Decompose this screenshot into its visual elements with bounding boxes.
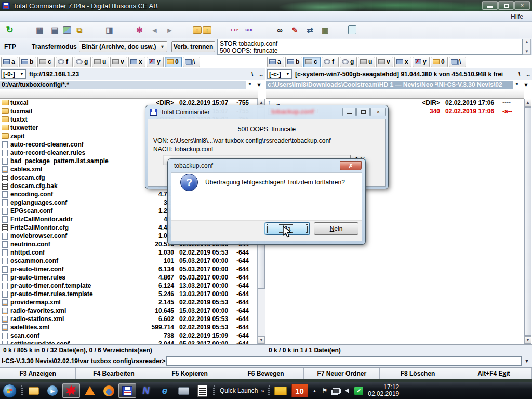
menu-item[interactable]	[47, 11, 56, 21]
wildcard-select-icon[interactable]: ✱	[132, 23, 147, 37]
minimize-button[interactable]	[482, 1, 498, 10]
function-key-button[interactable]: F4 Bearbeiten	[76, 368, 152, 379]
internet-explorer-icon[interactable]: e	[156, 383, 174, 398]
search-icon[interactable]: ∞	[273, 23, 287, 37]
notification-badge[interactable]: 10	[291, 384, 308, 397]
drive-combo-right[interactable]: [-c-] ▼	[267, 69, 292, 79]
notepad-doc-icon[interactable]	[193, 383, 211, 398]
ftp-connect-icon[interactable]: FTP	[228, 23, 242, 37]
dialog-title-bar[interactable]: Total Commander tobackup.conf ×	[145, 105, 388, 118]
firefox-icon[interactable]	[100, 383, 117, 398]
update-check-icon[interactable]: ✓	[354, 387, 363, 395]
total-commander-icon[interactable]	[118, 383, 136, 398]
action-center-flag-icon[interactable]: ⚑	[322, 387, 327, 394]
menu-item-hilfe[interactable]: Hilfe	[506, 11, 528, 21]
restore-button[interactable]	[356, 108, 370, 116]
drive-button[interactable]: a	[1, 57, 18, 67]
nhttpd.conf[interactable]: nhttpd.conf 1.030 02.02.2019 05:53 -644	[0, 248, 258, 257]
scrollbar-thumb[interactable]	[524, 107, 531, 336]
drive-button[interactable]: b	[19, 57, 36, 67]
column-header[interactable]	[351, 89, 411, 99]
pr-auto-timer.rules[interactable]: pr-auto-timer.rules 4.867 05.03.2017 00:…	[0, 273, 258, 282]
function-key-button[interactable]: F3 Anzeigen	[0, 368, 76, 379]
start-button[interactable]	[3, 384, 17, 398]
back-icon[interactable]: ◄	[148, 23, 162, 37]
toolbar-separator[interactable]	[117, 23, 131, 37]
command-input[interactable]	[166, 356, 522, 366]
scroll-up-icon[interactable]: ▲	[524, 99, 531, 107]
transfer-mode-select[interactable]: Binär (Archive, doc usw.) ▼	[79, 41, 167, 52]
forward-icon[interactable]: ►	[163, 23, 177, 37]
root-dir-button[interactable]: \	[518, 71, 520, 78]
drive-combo-left[interactable]: [-0-] ▼	[1, 69, 26, 79]
satellites.xml[interactable]: satellites.xml 599.714 02.02.2019 05:53 …	[0, 323, 258, 331]
drive-button[interactable]: a	[267, 57, 284, 67]
drive-button[interactable]: y	[147, 57, 164, 67]
drive-button[interactable]: v	[376, 57, 393, 67]
scroll-down-icon[interactable]: ▼	[524, 336, 531, 344]
drive-button[interactable]: c	[303, 57, 321, 67]
menu-item[interactable]	[9, 11, 19, 21]
history-button[interactable]: ▼	[523, 82, 529, 88]
notepad-icon[interactable]	[348, 25, 356, 34]
close-button[interactable]: ×	[514, 1, 530, 10]
dialog-title-bar[interactable]: tobackup.conf	[168, 159, 365, 172]
toolbar-separator[interactable]	[87, 23, 101, 37]
chevron-expand-icon[interactable]: »	[261, 388, 264, 394]
toolbar-separator[interactable]	[178, 23, 192, 37]
drive-button[interactable]: y	[413, 57, 430, 67]
function-key-button[interactable]: F8 Löschen	[380, 368, 456, 379]
column-header[interactable]	[443, 89, 501, 99]
sync-dirs-icon[interactable]: ⇄	[303, 23, 317, 37]
history-button[interactable]: ▼	[256, 82, 262, 88]
view-thumbnails-icon[interactable]	[63, 26, 71, 34]
scrollbar-right[interactable]: ▲ ▼	[524, 99, 531, 344]
media-player-icon[interactable]: ▶	[44, 383, 61, 398]
toolbar-separator[interactable]	[18, 23, 32, 37]
path-bar-right[interactable]: c:\Users\imi8\Downloads\Coolstream\HD 1 …	[266, 80, 532, 89]
taskbar-clock[interactable]: 17:12 02.02.2019	[368, 384, 399, 397]
parent-dir-button[interactable]: ..	[526, 71, 530, 78]
drive-button[interactable]: g	[340, 57, 357, 67]
minimize-button[interactable]	[342, 108, 356, 116]
neutrino-wave-icon[interactable]: N	[137, 383, 155, 398]
drive-button[interactable]: x	[394, 57, 411, 67]
radio-stations.xml[interactable]: radio-stations.xml 6.602 02.02.2019 05:5…	[0, 315, 258, 323]
column-header[interactable]	[145, 89, 177, 99]
close-button[interactable]: ×	[370, 108, 386, 116]
current-path[interactable]: 0:/var/tuxbox/config/*.*	[0, 81, 246, 89]
path-bar-left[interactable]: 0:/var/tuxbox/config/*.* * ▼	[0, 80, 265, 89]
column-header[interactable]	[266, 89, 351, 99]
settingsupdate.conf[interactable]: settingsupdate.conf 2.044 05.03.2017 00:…	[0, 340, 258, 344]
drive-button[interactable]: 0	[165, 57, 182, 67]
column-header[interactable]	[0, 89, 85, 99]
menu-item[interactable]	[19, 11, 28, 21]
vlc-icon[interactable]	[81, 383, 99, 398]
tray-expand-icon[interactable]: ▲	[313, 389, 317, 393]
menu-item[interactable]	[28, 11, 37, 21]
parent-dir-button[interactable]: ..	[259, 71, 263, 78]
close-icon[interactable]: ✗	[340, 161, 362, 170]
toolbar-separator[interactable]	[258, 23, 272, 37]
oscammon.conf[interactable]: oscammon.conf 101 05.03.2017 00:00 -644	[0, 257, 258, 265]
column-header[interactable]	[235, 89, 258, 99]
no-button[interactable]: Nein	[314, 222, 358, 235]
red-cat-app-icon[interactable]	[62, 383, 80, 398]
function-key-button[interactable]: F7 Neuer Ordner	[304, 368, 380, 379]
settop-box-icon[interactable]	[175, 383, 192, 398]
column-header[interactable]	[501, 89, 524, 99]
unpack-icon[interactable]: ↑	[203, 26, 211, 34]
command-history-icon[interactable]: ▼	[523, 356, 531, 366]
drive-button[interactable]: 0	[431, 57, 448, 67]
drive-button[interactable]: \	[183, 57, 200, 67]
menu-item[interactable]	[37, 11, 47, 21]
restore-button[interactable]	[498, 1, 514, 10]
drive-button[interactable]: g	[74, 57, 91, 67]
drive-button[interactable]: b	[285, 57, 302, 67]
volume-icon[interactable]	[345, 388, 349, 393]
scroll-up-icon[interactable]: ▲	[525, 39, 529, 44]
scan.conf[interactable]: scan.conf 738 02.02.2019 15:09 -644	[0, 331, 258, 340]
drive-button[interactable]: f	[322, 57, 339, 67]
function-key-button[interactable]: Alt+F4 Exit	[456, 368, 532, 379]
explorer-icon[interactable]	[25, 383, 43, 398]
